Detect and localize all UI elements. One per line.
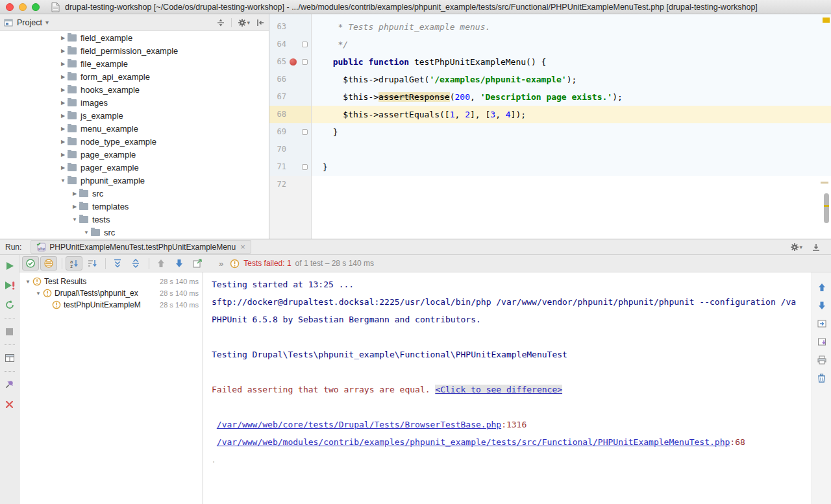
tree-expanded-icon[interactable]: ▼ bbox=[82, 230, 91, 235]
code-line[interactable]: 64 */ bbox=[269, 36, 831, 53]
tree-item[interactable]: ▶field_example bbox=[0, 31, 269, 44]
warning-stripe-marker[interactable] bbox=[821, 182, 828, 184]
tree-item[interactable]: ▶src bbox=[0, 187, 269, 200]
code-text[interactable]: */ bbox=[312, 36, 831, 53]
code-line[interactable]: 63 * Tests phpunit_example menus. bbox=[269, 18, 831, 36]
close-panel-button[interactable] bbox=[3, 396, 17, 412]
console-output[interactable]: Testing started at 13:25 ...sftp://docke… bbox=[203, 272, 812, 504]
toggle-auto-test-button[interactable] bbox=[3, 297, 17, 313]
more-chevrons-icon[interactable]: » bbox=[219, 259, 223, 269]
editor-scrollbar-thumb[interactable] bbox=[824, 193, 829, 223]
tree-item[interactable]: ▶js_example bbox=[0, 109, 269, 122]
tree-collapsed-icon[interactable]: ▶ bbox=[58, 152, 68, 158]
tree-item[interactable]: ▶templates bbox=[0, 200, 269, 213]
tree-item[interactable]: ▶menu_example bbox=[0, 122, 269, 135]
code-line[interactable]: 70 bbox=[269, 141, 831, 158]
code-line[interactable]: 68 $this->assertEquals([1, 2], [3, 4]); bbox=[269, 106, 831, 123]
expand-all-button[interactable] bbox=[109, 256, 126, 270]
next-occurrence-button[interactable] bbox=[171, 256, 188, 270]
console-link[interactable]: <Click to see difference> bbox=[435, 385, 562, 394]
tree-collapsed-icon[interactable]: ▶ bbox=[58, 165, 68, 171]
export-test-results-button[interactable] bbox=[189, 256, 206, 270]
tree-collapsed-icon[interactable]: ▶ bbox=[58, 48, 68, 54]
tree-item[interactable]: ▶pager_example bbox=[0, 161, 269, 174]
tree-collapsed-icon[interactable]: ▶ bbox=[70, 204, 79, 210]
test-failed-gutter-icon[interactable] bbox=[290, 58, 297, 66]
test-suite-row[interactable]: ▼ Drupal\Tests\phpunit_ex 28 s 140 ms bbox=[19, 287, 203, 299]
fold-icon[interactable] bbox=[302, 164, 308, 170]
tree-expanded-icon[interactable]: ▼ bbox=[58, 178, 68, 184]
tree-collapsed-icon[interactable]: ▶ bbox=[58, 87, 68, 93]
code-text[interactable]: $this->assertEquals([1, 2], [3, 4]); bbox=[312, 106, 831, 123]
scroll-from-source-button[interactable] bbox=[216, 18, 225, 27]
code-text[interactable]: $this->drupalGet('/examples/phpunit-exam… bbox=[312, 71, 831, 88]
tree-item[interactable]: ▶node_type_example bbox=[0, 135, 269, 148]
tree-collapsed-icon[interactable]: ▶ bbox=[58, 74, 68, 80]
code-line[interactable]: 71} bbox=[269, 158, 831, 176]
code-text[interactable]: } bbox=[312, 123, 831, 141]
tree-item[interactable]: ▶hooks_example bbox=[0, 83, 269, 96]
tree-item[interactable]: ▼phpunit_example bbox=[0, 174, 269, 187]
tree-item[interactable]: ▼src bbox=[0, 226, 269, 239]
down-stack-trace-button[interactable] bbox=[815, 297, 829, 314]
code-line[interactable]: 65 public function testPhpUnitExampleMen… bbox=[269, 53, 831, 71]
run-tab[interactable]: php PHPUnitExampleMenuTest.testPhpUnitEx… bbox=[31, 240, 251, 254]
close-icon[interactable]: × bbox=[240, 244, 245, 250]
code-line[interactable]: 67 $this->assertResponse(200, 'Descripti… bbox=[269, 88, 831, 106]
tree-collapsed-icon[interactable]: ▶ bbox=[58, 35, 68, 41]
code-editor[interactable]: 63 * Tests phpunit_example menus.64 */65… bbox=[269, 14, 831, 239]
tree-item[interactable]: ▶file_example bbox=[0, 57, 269, 70]
zoom-window-button[interactable] bbox=[32, 3, 40, 11]
tree-expanded-icon[interactable]: ▼ bbox=[23, 279, 32, 285]
hide-panel-button[interactable] bbox=[256, 18, 265, 27]
stop-button[interactable] bbox=[3, 324, 17, 339]
tree-item[interactable]: ▶form_api_example bbox=[0, 70, 269, 83]
previous-occurrence-button[interactable] bbox=[153, 256, 169, 270]
settings-gear-button[interactable]: ▾ bbox=[238, 18, 250, 27]
test-results-row[interactable]: ▼ Test Results 28 s 140 ms bbox=[19, 276, 203, 287]
tree-item[interactable]: ▶images bbox=[0, 96, 269, 109]
fold-icon[interactable] bbox=[302, 129, 308, 135]
restore-layout-button[interactable] bbox=[3, 350, 17, 366]
import-test-results-button[interactable] bbox=[815, 333, 829, 350]
code-line[interactable]: 69 } bbox=[269, 123, 831, 141]
error-stripe-marker[interactable] bbox=[823, 18, 830, 23]
fold-icon[interactable] bbox=[302, 42, 308, 47]
run-settings-gear-button[interactable]: ▾ bbox=[790, 243, 802, 252]
test-case-row[interactable]: testPhpUnitExampleM 28 s 140 ms bbox=[19, 299, 203, 311]
tree-expanded-icon[interactable]: ▼ bbox=[70, 217, 79, 222]
tree-collapsed-icon[interactable]: ▶ bbox=[58, 126, 68, 132]
sort-by-duration-toggle[interactable] bbox=[84, 256, 101, 270]
minimize-window-button[interactable] bbox=[19, 3, 27, 11]
console-link[interactable]: /var/www/web/modules/contrib/examples/ph… bbox=[217, 437, 730, 447]
code-line[interactable]: 72 bbox=[269, 176, 831, 193]
code-text[interactable] bbox=[312, 176, 831, 193]
clear-all-button[interactable] bbox=[815, 370, 829, 387]
chevron-down-icon[interactable]: ▾ bbox=[45, 19, 49, 26]
code-line[interactable]: 66 $this->drupalGet('/examples/phpunit-e… bbox=[269, 71, 831, 88]
close-window-button[interactable] bbox=[6, 3, 14, 11]
project-panel-title[interactable]: Project bbox=[17, 18, 42, 27]
hide-run-panel-button[interactable] bbox=[812, 243, 821, 252]
code-text[interactable]: * Tests phpunit_example menus. bbox=[312, 18, 831, 36]
up-stack-trace-button[interactable] bbox=[815, 279, 829, 296]
code-text[interactable]: } bbox=[312, 158, 831, 176]
print-button[interactable] bbox=[815, 352, 829, 368]
rerun-failed-tests-button[interactable] bbox=[3, 278, 17, 293]
tree-item[interactable]: ▶page_example bbox=[0, 148, 269, 161]
tree-collapsed-icon[interactable]: ▶ bbox=[58, 139, 68, 145]
code-text[interactable]: $this->assertResponse(200, 'Description … bbox=[312, 88, 831, 106]
jump-to-source-button[interactable] bbox=[815, 315, 829, 332]
rerun-tests-button[interactable] bbox=[3, 258, 17, 274]
fold-icon[interactable] bbox=[302, 59, 308, 65]
code-text[interactable]: public function testPhpUnitExampleMenu()… bbox=[312, 53, 831, 71]
sort-alphabetically-toggle[interactable]: az bbox=[66, 256, 82, 270]
tree-item[interactable]: ▼tests bbox=[0, 213, 269, 226]
tree-collapsed-icon[interactable]: ▶ bbox=[58, 61, 68, 67]
tree-collapsed-icon[interactable]: ▶ bbox=[70, 191, 79, 197]
code-text[interactable] bbox=[312, 141, 831, 158]
pin-tab-button[interactable] bbox=[3, 377, 17, 392]
console-link[interactable]: /var/www/web/core/tests/Drupal/Tests/Bro… bbox=[217, 420, 501, 429]
tree-item[interactable]: ▶field_permission_example bbox=[0, 44, 269, 57]
show-ignored-toggle[interactable] bbox=[40, 256, 57, 270]
